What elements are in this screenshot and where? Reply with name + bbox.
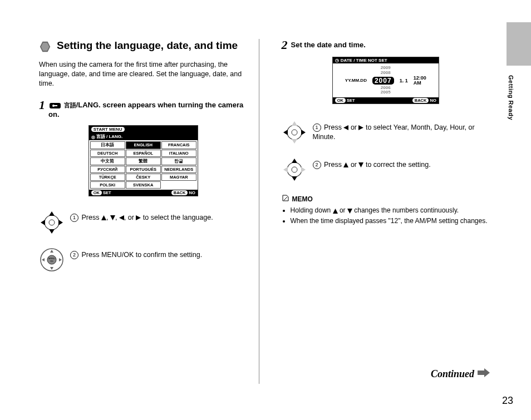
language-option: РУССКИЙ (90, 166, 125, 173)
svg-marker-11 (110, 215, 115, 220)
svg-marker-35 (301, 167, 306, 172)
step2-sub2: 2 Press or to correct the setting. (282, 157, 490, 184)
language-option: 한글 (161, 157, 196, 165)
svg-marker-27 (301, 130, 306, 135)
svg-marker-10 (101, 215, 106, 220)
wrench-icon (50, 103, 61, 108)
circled-2-icon: 2 (313, 161, 321, 169)
svg-marker-39 (347, 209, 352, 214)
intro-paragraph: When using the camera for the first time… (39, 60, 248, 88)
step2-sub2-text: Press or to correct the setting. (324, 161, 431, 169)
selected-year: 2007 (372, 77, 394, 85)
svg-marker-9 (58, 220, 63, 225)
lang-suffix: /LANG. (76, 101, 101, 109)
svg-marker-34 (283, 167, 288, 172)
dpad-menu-icon: MENU OK (39, 247, 65, 274)
section-heading: Setting the language, date, and time (57, 39, 238, 52)
language-option: PORTUGUÊS (126, 166, 161, 173)
lang-glyph: 言語 (64, 102, 76, 108)
svg-point-22 (287, 125, 302, 140)
svg-point-4 (45, 215, 59, 230)
svg-marker-28 (343, 125, 348, 130)
language-option: ESPAÑOL (126, 150, 161, 157)
language-option: NEDERLANDS (161, 166, 196, 173)
circled-1-icon: 1 (313, 123, 321, 132)
step-number: 2 (282, 39, 288, 51)
language-option: ČESKY (126, 174, 161, 181)
svg-marker-26 (283, 130, 288, 135)
step1-sub2-text: Press MENU/OK to confirm the setting. (81, 251, 202, 259)
clock-icon: ◷ (335, 58, 339, 63)
svg-marker-21 (59, 258, 62, 261)
svg-point-31 (292, 167, 297, 172)
step-1-text: 言語/LANG. screen appears when turning the… (48, 99, 248, 120)
section-side-label: Getting Ready (508, 75, 514, 120)
step-1: 1 言語/LANG. screen appears when turning t… (39, 99, 248, 120)
step-2-text: Set the date and time. (291, 39, 366, 50)
svg-marker-37 (358, 162, 363, 167)
language-option: ENGLISH (126, 141, 161, 149)
svg-marker-19 (50, 267, 53, 270)
circled-1-icon: 1 (70, 214, 78, 222)
svg-marker-25 (292, 139, 297, 144)
svg-point-30 (287, 162, 302, 177)
svg-marker-20 (42, 258, 45, 261)
arrow-right-icon (478, 368, 490, 381)
language-option: 繁體 (126, 157, 161, 165)
content-area: Setting the language, date, and time Whe… (39, 39, 490, 384)
step-2: 2 Set the date and time. (282, 39, 490, 51)
language-option: 日本語 (90, 141, 125, 149)
language-option: SVENSKA (126, 181, 161, 189)
left-column: Setting the language, date, and time Whe… (39, 39, 259, 384)
right-column: 2 Set the date and time. ◷ DATE / TIME N… (276, 39, 490, 384)
language-option: FRANCAIS (161, 141, 196, 149)
page-number: 23 (502, 395, 513, 407)
dpad-updown-icon (282, 157, 307, 184)
svg-marker-32 (292, 159, 297, 163)
lcd-subtitle: ◎言語 / LANG. (89, 133, 198, 140)
svg-rect-3 (54, 105, 57, 106)
svg-text:OK: OK (50, 260, 53, 263)
step1-sub1-text: Press , , , or to select the language. (81, 214, 213, 221)
lcd-start-menu: START MENU (91, 127, 125, 132)
language-grid: 日本語ENGLISHFRANCAISDEUTSCHESPAÑOLITALIANO… (89, 140, 198, 190)
language-option (161, 181, 196, 189)
svg-point-5 (49, 220, 55, 225)
manual-page: Getting Ready Setting the language, date… (0, 0, 531, 420)
language-option: DEUTSCH (90, 150, 125, 157)
svg-marker-7 (49, 229, 55, 234)
memo-heading: MEMO (282, 194, 490, 204)
svg-marker-8 (41, 220, 45, 225)
continued-label: Continued (431, 368, 490, 381)
step1-sub2: MENU OK 2 Press MENU/OK to confirm the s… (39, 247, 248, 274)
svg-marker-29 (358, 125, 363, 130)
dpad-arrows-icon (39, 210, 65, 237)
note-icon (282, 194, 289, 204)
lcd-date-screen: ◷ DATE / TIME NOT SET 2009 2008 YY.MM.DD… (332, 57, 439, 104)
step1-sub1: 1 Press , , , or to select the language. (39, 210, 248, 237)
thumb-tab (507, 22, 531, 66)
lcd-language-screen: START MENU ◎言語 / LANG. 日本語ENGLISHFRANCAI… (88, 125, 198, 196)
svg-marker-18 (50, 250, 53, 253)
circled-2-icon: 2 (70, 251, 78, 259)
memo-item: When the time displayed passes "12", the… (291, 216, 490, 225)
svg-marker-36 (343, 162, 348, 167)
svg-marker-12 (119, 215, 124, 220)
step2-sub1: 1 Press or to select Year, Month, Day, H… (282, 120, 490, 147)
step-number: 1 (39, 99, 45, 111)
language-option: ITALIANO (161, 150, 196, 157)
step2-sub1-text: Press or to select Year, Month, Day, Hou… (313, 123, 475, 141)
dpad-leftright-icon (282, 120, 307, 147)
language-option: MAGYAR (161, 174, 196, 181)
svg-marker-33 (292, 176, 297, 181)
language-option: 中文简 (90, 157, 125, 165)
language-option: POLSKI (90, 181, 125, 189)
lcd-date-title: DATE / TIME NOT SET (341, 58, 387, 63)
memo-list: Holding down or changes the numbers cont… (282, 206, 490, 225)
svg-marker-24 (292, 121, 297, 126)
svg-marker-6 (49, 211, 55, 216)
svg-marker-13 (136, 215, 141, 220)
memo-item: Holding down or changes the numbers cont… (291, 206, 490, 215)
svg-point-23 (292, 130, 297, 135)
lcd-footer: OK SET BACK NO (89, 190, 198, 196)
